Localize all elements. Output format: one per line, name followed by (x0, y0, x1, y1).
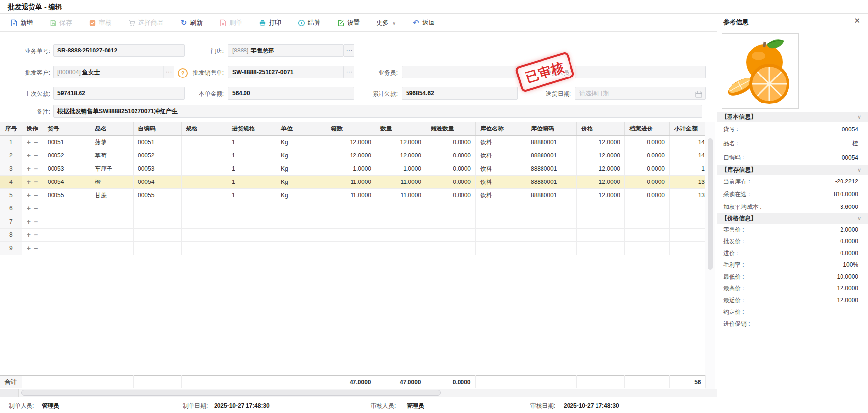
cell-spec (182, 176, 227, 189)
calendar-icon[interactable] (695, 90, 702, 100)
delivery-date-field[interactable]: 请选择日期 (575, 87, 706, 100)
table-row[interactable]: 1+−00051菠萝000511Kg12.000012.00000.0000饮料… (0, 136, 706, 149)
bill-amount-label: 本单金额: (173, 87, 224, 101)
cell-self_code: 00054 (134, 176, 182, 189)
salesman-field[interactable] (402, 66, 518, 78)
settle-button[interactable]: 结算 (298, 18, 321, 27)
row-remove-button[interactable]: − (32, 244, 39, 252)
cell-seq: 4 (0, 176, 22, 189)
cell-unit: Kg (276, 189, 326, 202)
row-add-button[interactable]: + (26, 205, 32, 212)
cell-loc_name (476, 202, 526, 215)
table-row[interactable]: 8+− (0, 229, 706, 242)
cell-item_no: 00053 (43, 162, 90, 176)
total-qty: 47.0000 (376, 376, 426, 388)
col-loc_name: 库位名称 (476, 122, 526, 136)
delete-button: 删单 (219, 18, 242, 27)
col-purchase_spec: 进货规格 (227, 122, 276, 136)
customer-field[interactable]: [000004]鱼女士 (53, 66, 163, 78)
cell-purchase_spec: 1 (227, 136, 276, 149)
table-row[interactable]: 9+− (0, 242, 706, 255)
row-remove-button[interactable]: − (32, 152, 39, 159)
row-remove-button[interactable]: − (32, 231, 39, 239)
cell-price: 12.0000 (577, 189, 625, 202)
vertical-scrollbar[interactable] (705, 122, 715, 389)
chevron-down-icon: ∨ (857, 167, 861, 173)
vertical-scrollbar-thumb[interactable] (708, 138, 713, 270)
table-row[interactable]: 2+−00052草莓000521Kg12.000012.00000.0000饮料… (0, 149, 706, 162)
horizontal-scrollbar-thumb[interactable] (21, 390, 441, 396)
bill-amount-field[interactable]: 564.00 (228, 87, 354, 100)
table-row[interactable]: 5+−00055甘蔗000551Kg11.000011.00000.0000饮料… (0, 189, 706, 202)
cell-purchase_spec: 1 (227, 176, 276, 189)
row-remove-button[interactable]: − (32, 138, 39, 146)
row-remove-button[interactable]: − (32, 191, 39, 199)
row-add-button[interactable]: + (26, 218, 32, 226)
row-add-button[interactable]: + (26, 244, 32, 252)
print-button[interactable]: 打印 (258, 18, 281, 27)
sale-order-field[interactable]: SW-8888-251027-0071 (228, 66, 344, 78)
cell-self_code (134, 202, 182, 215)
section-header[interactable]: 【价格信息】∨ (717, 213, 868, 224)
row-add-button[interactable]: + (26, 152, 32, 159)
cell-item_no (43, 215, 90, 229)
cell-name: 橙 (90, 176, 134, 189)
row-add-button[interactable]: + (26, 191, 32, 199)
sale-order-value: SW-8888-251027-0071 (232, 69, 294, 76)
cell-gift_qty: 0.0000 (426, 189, 476, 202)
cell-loc_name (476, 229, 526, 242)
col-item_no: 货号 (43, 122, 90, 136)
table-row[interactable]: 4+−00054橙000541Kg11.000011.00000.0000饮料8… (0, 176, 706, 189)
cell-spec (182, 215, 227, 229)
row-add-button[interactable]: + (26, 231, 32, 239)
panel-row: 批发价 :0.0000 (717, 235, 868, 247)
cell-loc_name (476, 242, 526, 255)
new-button[interactable]: 新增 (10, 18, 33, 27)
panel-row: 加权平均成本 :3.6000 (717, 201, 868, 213)
row-add-button[interactable]: + (26, 138, 32, 146)
chevron-down-icon: ∨ (857, 215, 861, 222)
more-label: 更多 (376, 18, 389, 27)
store-picker-button[interactable]: ··· (344, 44, 354, 57)
new-label: 新增 (20, 18, 33, 27)
cell-item_no: 00055 (43, 189, 90, 202)
cell-spec (182, 189, 227, 202)
row-remove-button[interactable]: − (32, 205, 39, 212)
order-no-field[interactable]: SR-8888-251027-0012 (53, 44, 185, 57)
more-button[interactable]: 更多∨ (376, 18, 396, 27)
cell-loc_code (526, 229, 577, 242)
row-add-button[interactable]: + (26, 178, 32, 186)
refresh-button[interactable]: ↻刷新 (180, 18, 203, 27)
store-field[interactable]: [8888]零售总部 (228, 44, 344, 57)
customer-code: [000004] (57, 69, 81, 76)
cell-subtotal: 1 (670, 162, 706, 176)
table-row[interactable]: 3+−00053车厘子000531Kg1.00001.00000.0000饮料8… (0, 162, 706, 176)
table-row[interactable]: 6+− (0, 202, 706, 215)
page-title: 批发退货单 - 编辑 (8, 3, 62, 12)
close-icon[interactable]: ✕ (854, 16, 860, 25)
total-item_no (43, 376, 90, 388)
remark-label: 备注: (4, 105, 50, 119)
row-add-button[interactable]: + (26, 165, 32, 173)
delivery-person-field[interactable] (575, 66, 706, 78)
section-title: 【库存信息】 (721, 166, 757, 174)
section-header[interactable]: 【库存信息】∨ (717, 165, 868, 175)
remark-field[interactable]: 根据批发销售单SW88882510270071冲红产生 (53, 105, 702, 118)
col-op: 操作 (22, 122, 43, 136)
total-file_price (624, 376, 669, 388)
section-header[interactable]: 【基本信息】∨ (717, 112, 868, 122)
cell-subtotal (670, 229, 706, 242)
panel-row-label: 品名 : (723, 139, 738, 148)
total-debt-field[interactable]: 596854.62 (402, 87, 518, 100)
settings-button[interactable]: 设置 (337, 18, 360, 27)
cell-unit (276, 242, 326, 255)
cell-op: +− (22, 242, 43, 255)
table-row[interactable]: 7+− (0, 215, 706, 229)
prev-debt-field[interactable]: 597418.62 (53, 87, 185, 100)
col-qty: 数量 (376, 122, 426, 136)
row-remove-button[interactable]: − (32, 165, 39, 173)
cell-item_no (43, 229, 90, 242)
row-remove-button[interactable]: − (32, 218, 39, 226)
back-button[interactable]: ↶返回 (412, 18, 435, 27)
row-remove-button[interactable]: − (32, 178, 39, 186)
